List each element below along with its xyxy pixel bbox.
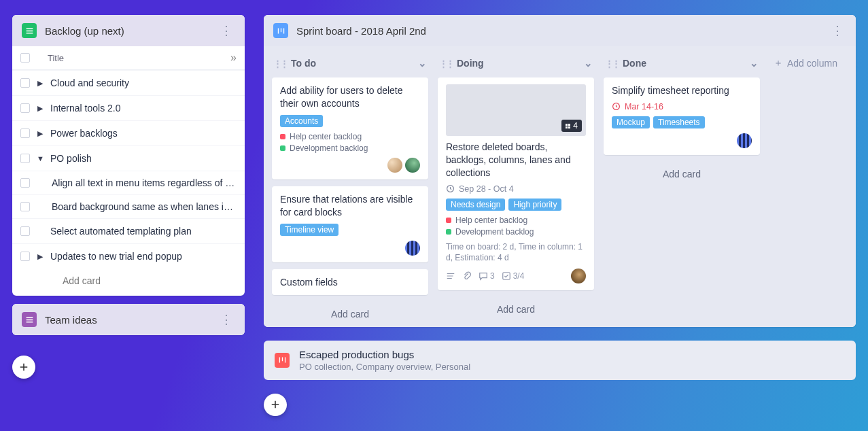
row-label: Board background same as when lanes is e… xyxy=(52,201,237,212)
backlog-title: Backlog (up next) xyxy=(45,25,209,37)
row-label: PO polish xyxy=(50,153,92,164)
attachment-icon xyxy=(462,271,472,281)
lane-title: To do xyxy=(291,58,316,69)
lane: ⋮⋮ Doing ⌄4Restore deleted boards, backl… xyxy=(438,53,594,322)
card-avatars xyxy=(280,158,420,173)
expand-columns-icon[interactable]: » xyxy=(230,52,237,64)
add-panel-button[interactable] xyxy=(12,356,35,379)
chevron-down-icon[interactable]: ⌄ xyxy=(750,57,759,69)
link-label: Development backlog xyxy=(290,143,368,153)
row-checkbox[interactable] xyxy=(20,128,30,138)
chevron-down-icon[interactable]: ⌄ xyxy=(418,57,427,69)
plus-icon: ＋ xyxy=(774,57,783,69)
row-checkbox[interactable] xyxy=(20,202,30,211)
escaped-bugs-title: Escaped production bugs xyxy=(299,349,470,360)
lane-title: Done xyxy=(623,58,646,69)
tag: Mockup xyxy=(612,116,650,128)
card[interactable]: Add ability for users to delete their ow… xyxy=(272,77,428,179)
drag-handle-icon[interactable]: ⋮⋮ xyxy=(439,58,453,69)
sprint-board-menu[interactable]: ⋮ xyxy=(829,24,846,37)
row-checkbox[interactable] xyxy=(20,252,30,261)
row-label: Select automated templating plan xyxy=(50,226,192,237)
lane-add-card[interactable]: Add card xyxy=(438,297,594,322)
table-row[interactable]: ▼ PO polish xyxy=(12,145,245,171)
card[interactable]: Ensure that relations are visible for ca… xyxy=(272,186,428,262)
sprint-board-title: Sprint board - 2018 April 2nd xyxy=(296,25,820,37)
card-date: Mar 14-16 xyxy=(612,102,752,111)
avatar xyxy=(737,133,752,148)
link-dot-icon xyxy=(280,134,285,139)
card-title: Simplify timesheet reporting xyxy=(612,84,752,97)
escaped-bugs-panel[interactable]: Escaped production bugs PO collection, C… xyxy=(264,341,856,380)
chevron-down-icon[interactable]: ⌄ xyxy=(584,57,593,69)
add-column-button[interactable]: ＋Add column xyxy=(774,53,837,69)
team-ideas-menu[interactable]: ⋮ xyxy=(218,313,235,326)
tag: Timeline view xyxy=(280,224,338,236)
link-dot-icon xyxy=(446,229,451,235)
table-row[interactable]: Align all text in menu items regardless … xyxy=(12,171,245,194)
sprint-board-panel: Sprint board - 2018 April 2nd ⋮ ⋮⋮ To do… xyxy=(264,15,856,327)
select-all-checkbox[interactable] xyxy=(20,53,30,63)
lane-title: Doing xyxy=(457,58,484,69)
caret-icon[interactable]: ▶ xyxy=(37,104,44,113)
backlog-column-header: Title » xyxy=(12,46,245,70)
attachment-badge: 4 xyxy=(561,120,582,132)
link-dot-icon xyxy=(446,218,451,223)
row-checkbox[interactable] xyxy=(20,226,30,236)
table-row[interactable]: ▶ Updates to new trial end popup xyxy=(12,243,245,269)
backlog-menu[interactable]: ⋮ xyxy=(218,24,235,37)
row-label: Internal tools 2.0 xyxy=(50,103,121,114)
card-tags: Accounts xyxy=(280,115,420,127)
link-label: Help center backlog xyxy=(455,216,527,225)
card[interactable]: Custom fields xyxy=(272,269,428,296)
title-column: Title xyxy=(48,53,230,63)
card-tags: Needs designHigh priority xyxy=(446,199,586,211)
row-checkbox[interactable] xyxy=(20,103,30,113)
table-row[interactable]: ▶ Power backlogs xyxy=(12,120,245,145)
checklist-icon xyxy=(502,271,511,281)
card-title: Restore deleted boards, backlogs, column… xyxy=(446,141,586,179)
row-checkbox[interactable] xyxy=(20,154,30,163)
drag-handle-icon[interactable]: ⋮⋮ xyxy=(273,58,287,69)
table-row[interactable]: Select automated templating plan xyxy=(12,218,245,243)
avatar xyxy=(405,158,420,173)
add-board-button[interactable] xyxy=(264,394,287,416)
card[interactable]: Simplify timesheet reportingMar 14-16Moc… xyxy=(604,77,760,155)
backlog-header: Backlog (up next) ⋮ xyxy=(12,15,245,46)
backlog-panel: Backlog (up next) ⋮ Title » ▶ Cloud and … xyxy=(12,15,245,296)
tag: Accounts xyxy=(280,115,323,127)
team-ideas-panel[interactable]: Team ideas ⋮ xyxy=(12,304,245,335)
row-checkbox[interactable] xyxy=(20,178,30,188)
lane-add-card[interactable]: Add card xyxy=(272,302,428,326)
table-row[interactable]: ▶ Internal tools 2.0 xyxy=(12,95,245,120)
tag: High priority xyxy=(508,199,561,211)
board-icon xyxy=(275,353,290,368)
card-avatars xyxy=(280,241,420,256)
drag-handle-icon[interactable]: ⋮⋮ xyxy=(605,58,619,69)
card-title: Ensure that relations are visible for ca… xyxy=(280,193,420,219)
backlog-add-card[interactable]: Add card xyxy=(12,269,245,296)
card-avatars xyxy=(612,133,752,148)
lane-add-card[interactable]: Add card xyxy=(604,162,760,186)
avatar xyxy=(405,241,420,256)
link-label: Help center backlog xyxy=(290,132,362,141)
table-row[interactable]: ▶ Cloud and security xyxy=(12,70,245,95)
table-row[interactable]: Board background same as when lanes is e… xyxy=(12,194,245,218)
caret-icon[interactable]: ▶ xyxy=(37,129,44,138)
lane: ⋮⋮ Done ⌄Simplify timesheet reportingMar… xyxy=(604,53,760,186)
card-meta: 3 3/4 xyxy=(446,269,586,283)
caret-icon[interactable]: ▼ xyxy=(37,154,44,162)
row-label: Align all text in menu items regardless … xyxy=(52,177,237,188)
svg-rect-1 xyxy=(502,273,510,280)
caret-icon[interactable]: ▶ xyxy=(37,79,44,88)
avatar xyxy=(571,269,586,283)
row-label: Power backlogs xyxy=(50,128,118,139)
card-tags: MockupTimesheets xyxy=(612,116,752,128)
row-label: Cloud and security xyxy=(50,77,129,88)
row-checkbox[interactable] xyxy=(20,78,30,88)
lane: ⋮⋮ To do ⌄Add ability for users to delet… xyxy=(272,53,428,326)
card-title: Custom fields xyxy=(280,276,420,289)
caret-icon[interactable]: ▶ xyxy=(37,252,44,261)
card-cover: 4 xyxy=(446,84,586,136)
card[interactable]: 4Restore deleted boards, backlogs, colum… xyxy=(438,77,594,290)
